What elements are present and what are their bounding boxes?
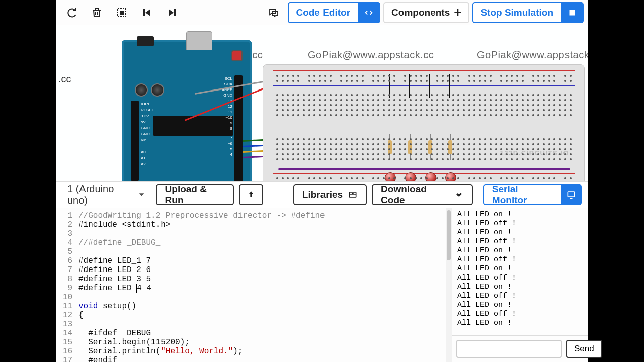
pin-label: ~6 xyxy=(228,141,232,146)
jumper-wire[interactable] xyxy=(429,74,430,98)
wire-bus-purple[interactable] xyxy=(278,168,570,170)
stop-sim-label: Stop Simulation xyxy=(480,7,553,18)
pin-label: ~10 xyxy=(225,115,232,120)
pin-label: 7 xyxy=(230,136,232,140)
pin-label: Vin xyxy=(141,138,146,142)
download-code-button[interactable]: Download Code xyxy=(372,184,473,205)
stop-simulation-button[interactable]: Stop Simulation xyxy=(472,2,584,23)
resistor[interactable] xyxy=(448,140,452,154)
board-selector-label: 1 (Arduino uno) xyxy=(67,183,133,206)
pin-label: SCL xyxy=(224,76,232,81)
power-jack xyxy=(137,36,154,46)
breadboard[interactable]: 123D.CIRCUITS.IO {"rows":[20,30,56,66,76… xyxy=(263,64,585,181)
led-component[interactable] xyxy=(425,172,436,181)
circuit-canvas[interactable]: .cc GoPiak@www.appstack.cc GoPiak@www.ap… xyxy=(56,25,588,181)
pin-label: GND xyxy=(141,126,150,130)
svg-rect-1 xyxy=(120,11,124,15)
resistor[interactable] xyxy=(428,140,432,154)
svg-rect-3 xyxy=(174,9,176,16)
board-selector[interactable]: 1 (Arduino uno) xyxy=(62,184,151,205)
mcu-chip xyxy=(153,116,233,136)
upload-run-label: Upload & Run xyxy=(165,184,225,206)
stop-icon xyxy=(561,2,583,23)
code-editor-icon xyxy=(358,2,379,23)
plus-icon: + xyxy=(454,5,461,20)
pin-label: 8 xyxy=(230,126,232,131)
header-right[interactable] xyxy=(234,75,243,181)
svg-rect-6 xyxy=(568,192,574,197)
resistor[interactable] xyxy=(388,140,392,154)
led-component[interactable] xyxy=(385,172,396,181)
pin-label: RESET xyxy=(141,108,154,112)
watermark: GoPiak@www.appstack.cc xyxy=(308,49,434,61)
code-editor-label: Code Editor xyxy=(296,7,350,18)
editor-row: 1234567891011121314151617 //GoodWriting … xyxy=(56,208,588,362)
pin-label: 12 xyxy=(228,104,232,109)
serial-monitor-button[interactable]: Serial Monitor xyxy=(483,184,582,205)
components-label: Components xyxy=(391,7,450,18)
scrollbar-thumb[interactable] xyxy=(447,210,451,260)
upload-icon xyxy=(246,190,256,200)
editor-toolbar: 1 (Arduino uno) Upload & Run Libraries D… xyxy=(56,181,588,208)
components-button[interactable]: Components + xyxy=(383,2,469,23)
usb-port xyxy=(186,31,212,50)
pin-label: A2 xyxy=(141,162,146,166)
libraries-button[interactable]: Libraries xyxy=(293,184,367,205)
fit-view-button[interactable] xyxy=(111,3,133,22)
code-text[interactable]: //GoodWriting 1.2 Preprocessive director… xyxy=(75,208,325,362)
drawer-icon xyxy=(348,190,358,200)
header-left[interactable] xyxy=(131,101,139,181)
satellite-icon xyxy=(454,190,464,200)
pin-label: A1 xyxy=(141,156,146,160)
libraries-label: Libraries xyxy=(302,189,343,200)
url-fragment: .cc xyxy=(58,73,71,85)
pin-label: ~9 xyxy=(228,121,232,125)
monitor-icon xyxy=(561,184,581,205)
pin-label: 3.3V xyxy=(141,114,149,118)
pin-label: GND xyxy=(223,93,232,98)
step-forward-button[interactable] xyxy=(161,3,183,22)
send-button[interactable]: Send xyxy=(566,340,602,358)
pin-label: A0 xyxy=(141,150,146,154)
led-component[interactable] xyxy=(445,172,456,181)
code-editor-button[interactable]: Code Editor xyxy=(288,2,380,23)
upload-button[interactable] xyxy=(239,184,263,205)
capacitor-icon xyxy=(135,83,148,97)
watermark: GoPiak@www.appstack.cc xyxy=(477,49,588,61)
pin-label: ~5 xyxy=(228,147,232,151)
chat-icon[interactable] xyxy=(263,3,285,22)
serial-input[interactable] xyxy=(456,340,562,358)
breadboard-brand: 123D.CIRCUITS.IO xyxy=(500,149,569,157)
serial-monitor-panel: All LED on !All LED off !All LED on !All… xyxy=(452,208,588,362)
reset-button[interactable] xyxy=(231,50,243,61)
redo-button[interactable] xyxy=(60,3,83,22)
delete-button[interactable] xyxy=(86,3,108,22)
top-toolbar: Code Editor Components + Stop Simulation xyxy=(56,0,588,25)
pin-label: 4 xyxy=(230,152,232,157)
serial-monitor-label: Serial Monitor xyxy=(492,184,552,206)
arduino-board[interactable]: IOREF RESET 3.3V 5V GND GND Vin A0 A1 A2… xyxy=(122,40,252,181)
pin-label: SDA xyxy=(224,82,232,86)
code-editor[interactable]: 1234567891011121314151617 //GoodWriting … xyxy=(56,208,452,362)
jumper-wire[interactable] xyxy=(449,74,450,98)
pin-label: 5V xyxy=(141,120,146,124)
step-back-button[interactable] xyxy=(136,3,158,22)
chevron-down-icon xyxy=(138,191,145,199)
pin-label: IOREF xyxy=(141,102,153,106)
upload-run-button[interactable]: Upload & Run xyxy=(156,184,234,205)
serial-log: All LED on !All LED off !All LED on !All… xyxy=(452,208,588,335)
led-component[interactable] xyxy=(405,172,416,181)
pin-label: GND xyxy=(141,132,150,136)
capacitor-icon xyxy=(151,83,164,97)
svg-rect-4 xyxy=(570,10,575,15)
serial-send-row: Send xyxy=(452,335,588,362)
resistor[interactable] xyxy=(408,140,412,154)
download-label: Download Code xyxy=(381,184,449,206)
line-gutter: 1234567891011121314151617 xyxy=(56,208,75,362)
svg-rect-2 xyxy=(143,9,145,16)
pin-label: ~11 xyxy=(225,110,232,114)
editor-scrollbar[interactable] xyxy=(446,208,452,362)
